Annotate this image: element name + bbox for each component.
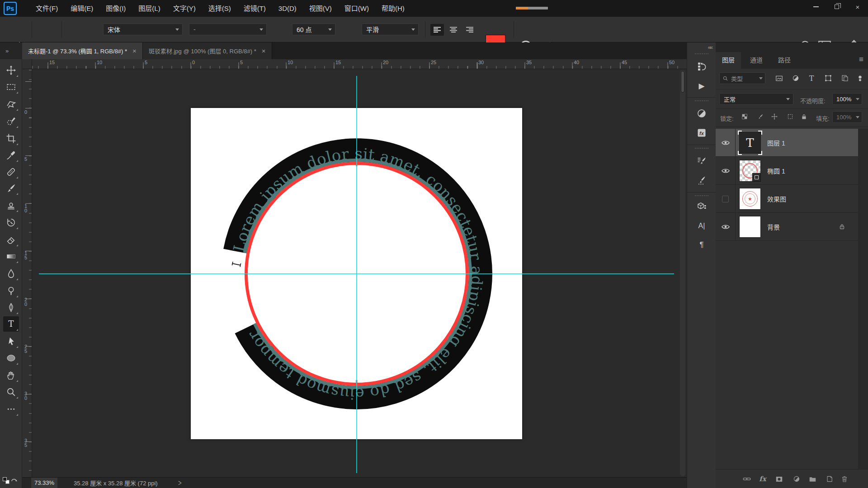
menu-select[interactable]: 选择(S)	[202, 0, 237, 17]
minimize-button[interactable]	[806, 0, 826, 14]
history-panel-button[interactable]	[693, 58, 710, 75]
tab-close-icon[interactable]: ×	[262, 47, 266, 55]
brush-settings-panel-button[interactable]	[693, 153, 710, 169]
panel-menu-icon[interactable]: ≡	[859, 55, 863, 64]
scrollbar-thumb[interactable]	[681, 71, 684, 93]
panel-group-grip[interactable]	[695, 53, 708, 54]
ruler-origin-corner[interactable]	[22, 59, 32, 69]
align-right-button[interactable]	[463, 24, 476, 36]
panel-group-grip[interactable]	[695, 148, 708, 149]
tool-crop[interactable]	[3, 131, 19, 146]
tool-gradient[interactable]	[3, 249, 19, 264]
tool-type[interactable]: T	[3, 316, 19, 332]
status-options-chevron[interactable]: >	[178, 478, 182, 488]
menu-file[interactable]: 文件(F)	[29, 0, 64, 17]
delete-layer-button[interactable]	[838, 474, 851, 484]
visibility-toggle[interactable]	[716, 213, 736, 241]
horizontal-ruler[interactable]: 15 10 5 0 5 10 15 20 25 30 35 40 45 50	[32, 59, 687, 69]
menu-edit[interactable]: 编辑(E)	[64, 0, 99, 17]
filter-kind-smart-object[interactable]	[839, 73, 851, 84]
tab-channels[interactable]: 通道	[744, 52, 769, 69]
layer-locked-indicator[interactable]	[839, 223, 845, 230]
menu-filter[interactable]: 滤镜(T)	[237, 0, 272, 17]
lock-position-button[interactable]	[769, 111, 780, 122]
tool-move[interactable]	[3, 62, 19, 78]
layer-row-ellipse[interactable]: 椭圆 1	[716, 157, 858, 185]
layer-filter-select[interactable]: 类型	[719, 72, 765, 84]
layer-name[interactable]: 图层 1	[767, 129, 785, 157]
tab-paths[interactable]: 路径	[772, 52, 797, 69]
paragraph-panel-button[interactable]: ¶	[693, 237, 710, 253]
menu-image[interactable]: 图像(I)	[99, 0, 132, 17]
toolbar-collapse-toggle[interactable]: »	[0, 42, 22, 59]
zoom-level-field[interactable]: 73.33%	[31, 478, 57, 488]
menu-help[interactable]: 帮助(H)	[375, 0, 411, 17]
filter-kind-adjustment[interactable]	[790, 73, 802, 84]
menu-layer[interactable]: 图层(L)	[132, 0, 166, 17]
menu-view[interactable]: 视图(V)	[303, 0, 338, 17]
panel-group-grip[interactable]	[695, 195, 708, 196]
layer-thumbnail[interactable]: ★	[739, 188, 761, 210]
brushes-panel-button[interactable]	[693, 172, 710, 188]
tool-spot-healing[interactable]	[3, 164, 19, 179]
lock-artboard-button[interactable]	[785, 111, 796, 122]
lock-all-button[interactable]	[798, 111, 809, 122]
new-group-button[interactable]	[806, 474, 819, 484]
document-tab-untitled[interactable]: 未标题-1 @ 73.3% (椭圆 1, RGB/8#) * ×	[22, 42, 143, 59]
layer-row-type[interactable]: T 图层 1	[716, 129, 858, 157]
panel-group-grip[interactable]	[695, 100, 708, 101]
fill-field[interactable]: 100%	[832, 111, 862, 123]
vertical-scrollbar[interactable]	[680, 70, 685, 476]
anti-alias-select[interactable]: 平滑	[362, 23, 419, 35]
new-adjustment-button[interactable]	[790, 474, 803, 484]
tool-ellipse-shape[interactable]	[3, 350, 19, 366]
tool-brush[interactable]	[3, 180, 19, 196]
3d-panel-button[interactable]	[693, 198, 710, 215]
tool-history-brush[interactable]	[3, 215, 19, 230]
tool-dodge[interactable]	[3, 283, 19, 298]
align-left-button[interactable]	[430, 24, 444, 36]
lock-pixels-button[interactable]	[755, 111, 766, 122]
tool-quick-selection[interactable]	[3, 113, 19, 129]
restore-button[interactable]	[826, 0, 847, 14]
character-panel-button[interactable]: A|	[693, 218, 710, 234]
tool-zoom[interactable]	[3, 384, 19, 399]
font-family-select[interactable]: 宋体	[103, 23, 183, 35]
align-center-button[interactable]	[447, 24, 460, 36]
adjustments-panel-button[interactable]	[693, 105, 710, 122]
tool-edit-toolbar[interactable]	[3, 401, 19, 417]
tab-close-icon[interactable]: ×	[132, 47, 137, 55]
tool-path-selection[interactable]	[3, 333, 19, 349]
menu-type[interactable]: 文字(Y)	[167, 0, 202, 17]
link-layers-button[interactable]	[741, 474, 753, 484]
actions-panel-button[interactable]: ▶	[693, 78, 710, 94]
document-tab-material[interactable]: 斑驳素材.jpg @ 100% (图层 0, RGB/8#) * ×	[143, 42, 272, 59]
visibility-toggle[interactable]	[716, 185, 736, 213]
layer-name[interactable]: 效果图	[767, 185, 786, 213]
dock-collapse-icon[interactable]: ««	[708, 44, 712, 51]
filter-kind-image[interactable]	[773, 73, 785, 84]
lock-transparent-button[interactable]	[739, 111, 750, 122]
layer-thumbnail[interactable]	[739, 216, 761, 238]
filter-on-toggle[interactable]	[854, 73, 866, 84]
tool-hand[interactable]	[3, 367, 19, 383]
tool-eyedropper[interactable]	[3, 147, 19, 163]
visibility-toggle[interactable]	[716, 157, 736, 185]
opacity-field[interactable]: 100%	[832, 93, 862, 105]
visibility-toggle[interactable]	[716, 129, 736, 157]
menu-window[interactable]: 窗口(W)	[338, 0, 375, 17]
font-style-select[interactable]: -	[189, 23, 267, 35]
styles-panel-button[interactable]: fx	[693, 125, 710, 141]
layer-name[interactable]: 背景	[767, 213, 780, 241]
menu-3d[interactable]: 3D(D)	[272, 0, 303, 17]
new-layer-button[interactable]	[823, 474, 836, 484]
filter-kind-shape[interactable]	[822, 73, 834, 84]
tool-pen[interactable]	[3, 300, 19, 315]
layer-row-background[interactable]: 背景	[716, 213, 858, 241]
tool-eraser[interactable]	[3, 232, 19, 247]
tool-lasso[interactable]	[3, 96, 19, 112]
layer-name[interactable]: 椭圆 1	[767, 157, 785, 185]
filter-kind-type[interactable]: T	[806, 73, 817, 84]
font-size-select[interactable]: 60 点	[292, 23, 335, 35]
tool-rect-marquee[interactable]	[3, 79, 19, 94]
